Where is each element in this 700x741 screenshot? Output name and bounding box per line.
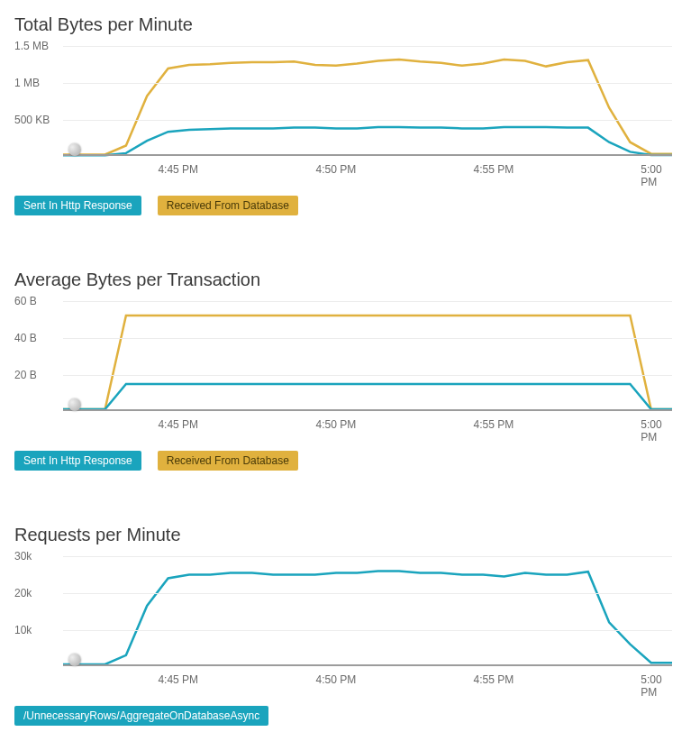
chart-legend: Sent In Http Response Received From Data… [14,196,686,215]
legend-item-endpoint[interactable]: /UnnecessaryRows/AggregateOnDatabaseAsyn… [14,706,268,726]
y-tick: 30k [14,550,32,563]
chart-title: Average Bytes per Transaction [14,270,686,290]
x-axis: 4:45 PM 4:50 PM 4:55 PM 5:00 PM [63,673,672,691]
x-tick: 5:00 PM [641,163,661,188]
x-tick: 4:55 PM [474,673,514,686]
x-tick: 4:50 PM [315,418,356,431]
y-tick: 20k [14,587,32,599]
y-tick: 20 B [14,369,37,381]
chart-plot-area: 1.5 MB 1 MB 500 KB 4:45 PM 4:50 PM 4:55 … [14,39,672,183]
x-tick: 5:00 PM [641,673,661,699]
chart-plot-area: 30k 20k 10k 4:45 PM 4:50 PM 4:55 PM 5:00… [14,549,672,693]
plot-canvas [63,39,672,156]
x-tick: 4:45 PM [158,418,198,431]
x-tick: 4:50 PM [315,673,356,686]
y-axis: 1.5 MB 1 MB 500 KB [14,39,63,156]
chart-title: Requests per Minute [14,525,686,545]
x-tick: 4:55 PM [474,418,514,431]
y-tick: 60 B [14,295,37,307]
legend-item-sent[interactable]: Sent In Http Response [14,196,141,215]
x-tick: 4:50 PM [315,163,356,176]
chart-total-bytes: Total Bytes per Minute 1.5 MB 1 MB 500 K… [14,14,686,215]
chart-legend: Sent In Http Response Received From Data… [14,451,686,471]
plot-canvas [63,549,672,666]
chart-legend: /UnnecessaryRows/AggregateOnDatabaseAsyn… [14,706,686,726]
legend-item-sent[interactable]: Sent In Http Response [14,451,141,471]
x-tick: 4:55 PM [474,163,514,176]
plot-canvas [63,294,672,411]
y-axis: 30k 20k 10k [14,549,63,666]
chart-plot-area: 60 B 40 B 20 B 4:45 PM 4:50 PM 4:55 PM 5… [14,294,672,438]
status-marker-icon [68,143,81,156]
y-axis: 60 B 40 B 20 B [14,294,63,411]
series-sent-in-http-response [63,384,672,409]
chart-title: Total Bytes per Minute [14,14,686,35]
series-sent-in-http-response [63,127,672,155]
y-tick: 1 MB [14,77,40,89]
chart-avg-bytes: Average Bytes per Transaction 60 B 40 B … [14,270,686,471]
status-marker-icon [68,654,81,666]
series-received-from-database [63,59,672,155]
series-received-from-database [63,316,672,409]
x-tick: 4:45 PM [158,163,198,176]
chart-requests: Requests per Minute 30k 20k 10k 4:45 PM … [14,525,686,726]
y-tick: 40 B [14,332,37,344]
x-tick: 5:00 PM [641,418,661,444]
y-tick: 10k [14,624,32,636]
y-tick: 1.5 MB [14,40,49,52]
x-axis: 4:45 PM 4:50 PM 4:55 PM 5:00 PM [63,163,672,181]
y-tick: 500 KB [14,114,50,126]
legend-item-received[interactable]: Received From Database [158,196,298,215]
x-axis: 4:45 PM 4:50 PM 4:55 PM 5:00 PM [63,418,672,436]
status-marker-icon [68,398,81,411]
legend-item-received[interactable]: Received From Database [158,451,298,471]
series-requests [63,571,672,664]
x-tick: 4:45 PM [158,673,198,686]
